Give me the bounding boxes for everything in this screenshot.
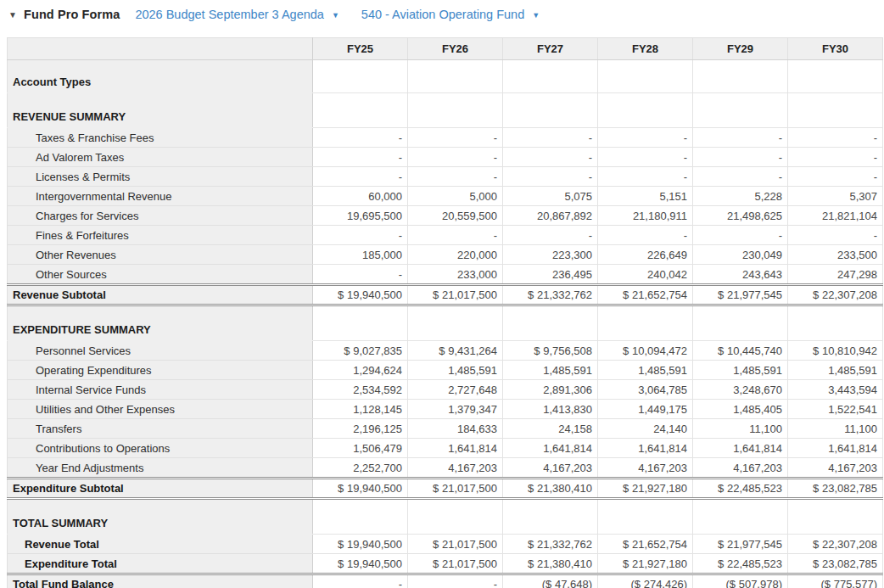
value-cell: 223,300	[503, 245, 598, 265]
row-label: Other Sources	[8, 265, 313, 285]
chevron-down-icon: ▼	[532, 9, 540, 20]
value-cell	[693, 305, 788, 341]
value-cell: 1,379,347	[408, 400, 503, 419]
row-label: EXPENDITURE SUMMARY	[8, 305, 313, 341]
value-cell: -	[408, 167, 503, 187]
value-cell: 24,140	[598, 419, 693, 439]
table-row: REVENUE SUMMARY	[8, 93, 883, 128]
value-cell: $ 23,082,785	[788, 479, 883, 499]
value-cell: -	[313, 574, 408, 588]
value-cell	[408, 60, 503, 93]
row-label: Taxes & Franchise Fees	[8, 128, 313, 148]
value-cell: -	[313, 148, 408, 167]
value-cell: -	[693, 128, 788, 148]
header-row: FY25FY26FY27FY28FY29FY30	[8, 38, 883, 60]
value-cell: 2,196,125	[313, 419, 408, 439]
table-row: Revenue Subtotal$ 19,940,500$ 21,017,500…	[8, 285, 883, 305]
table-row: Internal Service Funds2,534,5922,727,648…	[8, 380, 883, 400]
value-cell	[408, 93, 503, 128]
value-cell: -	[313, 128, 408, 148]
value-cell	[503, 305, 598, 341]
value-cell: $ 9,027,835	[313, 341, 408, 361]
value-cell: 1,506,479	[313, 439, 408, 458]
table-row: Fines & Forfeitures------	[8, 226, 883, 245]
value-cell	[788, 93, 883, 128]
value-cell: 1,641,814	[503, 439, 598, 458]
row-label: Expenditure Total	[8, 554, 313, 574]
page-title: Fund Pro Forma	[24, 8, 120, 21]
fund-dropdown-label: 540 - Aviation Operating Fund	[361, 8, 524, 21]
row-label: Fines & Forfeitures	[8, 226, 313, 245]
value-cell: $ 21,017,500	[408, 554, 503, 574]
table-row: EXPENDITURE SUMMARY	[8, 305, 883, 341]
fund-dropdown[interactable]: 540 - Aviation Operating Fund ▼	[361, 8, 540, 21]
value-cell: -	[598, 148, 693, 167]
header-cell-blank	[8, 38, 313, 60]
value-cell: 1,641,814	[408, 439, 503, 458]
row-label: Licenses & Permits	[8, 167, 313, 187]
value-cell: 3,248,670	[693, 380, 788, 400]
value-cell: -	[313, 167, 408, 187]
value-cell: 4,167,203	[693, 458, 788, 479]
value-cell: 21,821,104	[788, 206, 883, 226]
value-cell: -	[503, 226, 598, 245]
value-cell: $ 21,927,180	[598, 479, 693, 499]
value-cell: 1,641,814	[693, 439, 788, 458]
value-cell: 2,891,306	[503, 380, 598, 400]
value-cell: 1,485,591	[408, 361, 503, 380]
header-cell: FY30	[788, 38, 883, 60]
value-cell: 5,228	[693, 187, 788, 206]
value-cell: $ 21,017,500	[408, 285, 503, 305]
row-label: Utilities and Other Expenses	[8, 400, 313, 419]
row-label: Total Fund Balance	[8, 574, 313, 588]
table-row: Operating Expenditures1,294,6241,485,591…	[8, 361, 883, 380]
value-cell: -	[693, 226, 788, 245]
table-row: Other Sources-233,000236,495240,042243,6…	[8, 265, 883, 285]
value-cell: 1,641,814	[788, 439, 883, 458]
value-cell: 226,649	[598, 245, 693, 265]
value-cell: 11,100	[693, 419, 788, 439]
value-cell: -	[598, 226, 693, 245]
value-cell	[788, 60, 883, 93]
table-row: Revenue Total$ 19,940,500$ 21,017,500$ 2…	[8, 535, 883, 554]
value-cell: ($ 775,577)	[788, 574, 883, 588]
value-cell: 230,049	[693, 245, 788, 265]
value-cell	[693, 93, 788, 128]
header-cell: FY27	[503, 38, 598, 60]
value-cell: -	[503, 148, 598, 167]
value-cell: 5,307	[788, 187, 883, 206]
header-cell: FY28	[598, 38, 693, 60]
value-cell: -	[598, 128, 693, 148]
chevron-down-icon: ▼	[332, 9, 339, 20]
value-cell: $ 10,810,942	[788, 341, 883, 361]
value-cell	[788, 499, 883, 535]
value-cell	[503, 499, 598, 535]
row-label: Expenditure Subtotal	[8, 479, 313, 499]
value-cell: -	[408, 574, 503, 588]
value-cell: $ 10,094,472	[598, 341, 693, 361]
value-cell: $ 19,940,500	[313, 535, 408, 554]
collapse-section-icon[interactable]: ▼	[8, 10, 24, 20]
budget-dropdown[interactable]: 2026 Budget September 3 Agenda ▼	[135, 8, 338, 21]
value-cell	[313, 93, 408, 128]
table-row: Account Types	[8, 60, 883, 93]
value-cell: -	[408, 148, 503, 167]
value-cell: $ 9,431,264	[408, 341, 503, 361]
value-cell: $ 21,927,180	[598, 554, 693, 574]
value-cell	[313, 60, 408, 93]
table-row: Transfers2,196,125184,63324,15824,14011,…	[8, 419, 883, 439]
value-cell	[408, 499, 503, 535]
value-cell: 5,151	[598, 187, 693, 206]
value-cell: 1,449,175	[598, 400, 693, 419]
value-cell: 1,294,624	[313, 361, 408, 380]
value-cell: 1,485,591	[788, 361, 883, 380]
proforma-table: FY25FY26FY27FY28FY29FY30 Account TypesRE…	[7, 37, 883, 588]
value-cell	[313, 499, 408, 535]
value-cell: -	[313, 226, 408, 245]
value-cell: 220,000	[408, 245, 503, 265]
row-label: Year End Adjustments	[8, 458, 313, 479]
value-cell	[313, 305, 408, 341]
table-row: Intergovernmental Revenue60,0005,0005,07…	[8, 187, 883, 206]
value-cell: ($ 47,648)	[503, 574, 598, 588]
value-cell: 3,443,594	[788, 380, 883, 400]
